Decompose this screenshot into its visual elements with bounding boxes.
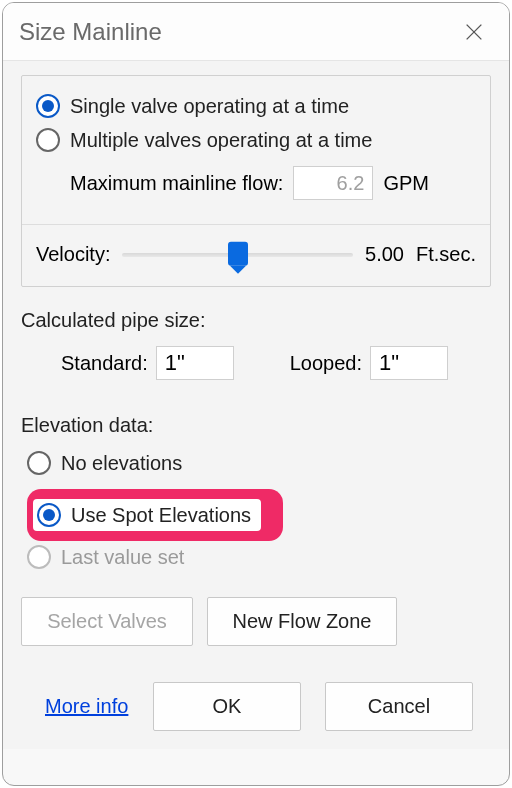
elevation-heading: Elevation data: bbox=[21, 414, 491, 437]
radio-label: Last value set bbox=[61, 546, 184, 569]
cancel-button[interactable]: Cancel bbox=[325, 682, 473, 731]
footer-row: More info OK Cancel bbox=[21, 682, 491, 731]
max-flow-row: Maximum mainline flow: GPM bbox=[70, 166, 476, 200]
valve-mode-panel: Single valve operating at a time Multipl… bbox=[21, 75, 491, 287]
action-button-row: Select Valves New Flow Zone bbox=[21, 597, 491, 646]
radio-label: No elevations bbox=[61, 452, 182, 475]
new-flow-zone-button[interactable]: New Flow Zone bbox=[207, 597, 397, 646]
looped-label: Looped: bbox=[290, 352, 362, 375]
max-flow-label: Maximum mainline flow: bbox=[70, 172, 283, 195]
elevation-section: Elevation data: No elevations Use Spot E… bbox=[21, 414, 491, 569]
velocity-units: Ft.sec. bbox=[416, 243, 476, 266]
dialog-body: Single valve operating at a time Multipl… bbox=[3, 61, 509, 749]
standard-label: Standard: bbox=[61, 352, 148, 375]
velocity-value: 5.00 bbox=[365, 243, 404, 266]
radio-icon bbox=[37, 503, 61, 527]
velocity-row: Velocity: 5.00 Ft.sec. bbox=[36, 243, 476, 266]
close-icon[interactable] bbox=[457, 15, 491, 49]
radio-icon bbox=[27, 451, 51, 475]
radio-label: Single valve operating at a time bbox=[70, 95, 349, 118]
radio-single-valve[interactable]: Single valve operating at a time bbox=[36, 94, 476, 118]
panel-divider bbox=[22, 224, 490, 225]
max-flow-units: GPM bbox=[383, 172, 429, 195]
radio-label: Use Spot Elevations bbox=[71, 504, 251, 527]
dialog-title: Size Mainline bbox=[19, 18, 162, 46]
radio-last-value: Last value set bbox=[27, 545, 491, 569]
titlebar: Size Mainline bbox=[3, 3, 509, 61]
radio-icon bbox=[36, 94, 60, 118]
looped-input[interactable] bbox=[370, 346, 448, 380]
velocity-label: Velocity: bbox=[36, 243, 110, 266]
dialog-size-mainline: Size Mainline Single valve operating at … bbox=[2, 2, 510, 786]
select-valves-button[interactable]: Select Valves bbox=[21, 597, 193, 646]
radio-icon bbox=[27, 545, 51, 569]
slider-thumb[interactable] bbox=[228, 241, 248, 265]
radio-spot-elevations[interactable]: Use Spot Elevations bbox=[33, 499, 261, 531]
pipe-heading: Calculated pipe size: bbox=[21, 309, 491, 332]
radio-no-elevations[interactable]: No elevations bbox=[27, 451, 491, 475]
standard-input[interactable] bbox=[156, 346, 234, 380]
radio-multiple-valves[interactable]: Multiple valves operating at a time bbox=[36, 128, 476, 152]
velocity-slider[interactable] bbox=[122, 244, 353, 266]
more-info-link[interactable]: More info bbox=[45, 695, 128, 718]
highlight-box: Use Spot Elevations bbox=[27, 489, 283, 541]
pipe-size-row: Standard: Looped: bbox=[21, 346, 491, 380]
max-flow-input[interactable] bbox=[293, 166, 373, 200]
ok-button[interactable]: OK bbox=[153, 682, 301, 731]
radio-label: Multiple valves operating at a time bbox=[70, 129, 372, 152]
radio-icon bbox=[36, 128, 60, 152]
